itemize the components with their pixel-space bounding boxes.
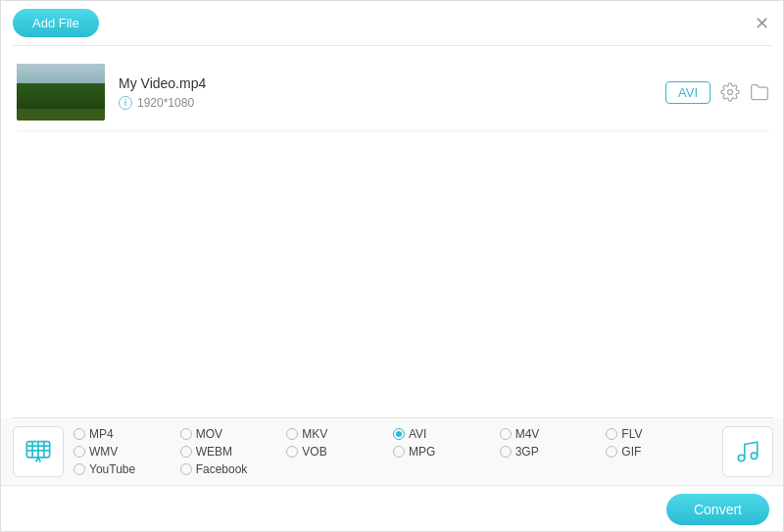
format-option-m4v[interactable]: M4V <box>500 427 607 441</box>
format-option-mov[interactable]: MOV <box>180 427 287 441</box>
format-label-flv: FLV <box>621 427 642 441</box>
info-icon: i <box>119 96 132 110</box>
file-info: My Video.mp4 i 1920*1080 <box>105 75 665 110</box>
format-option-mpg[interactable]: MPG <box>393 445 500 459</box>
format-option-webm[interactable]: WEBM <box>180 445 287 459</box>
video-thumbnail <box>17 64 105 121</box>
radio-mkv[interactable] <box>286 428 298 440</box>
format-label-wmv: WMV <box>89 445 118 459</box>
title-bar: Add File ✕ <box>1 1 784 45</box>
format-label-youtube: YouTube <box>89 462 135 476</box>
audio-format-icon[interactable] <box>722 426 773 477</box>
format-option-flv[interactable]: FLV <box>606 427 712 441</box>
radio-facebook[interactable] <box>180 463 192 475</box>
file-name: My Video.mp4 <box>119 75 652 91</box>
video-format-icon[interactable] <box>13 426 64 477</box>
convert-bar: Convert <box>1 485 784 532</box>
format-label-mpg: MPG <box>409 445 435 459</box>
format-option-wmv[interactable]: WMV <box>74 445 180 459</box>
radio-avi[interactable] <box>393 428 405 440</box>
file-resolution: 1920*1080 <box>137 96 194 110</box>
format-label-3gp: 3GP <box>515 445 539 459</box>
file-item: My Video.mp4 i 1920*1080 AVI <box>17 54 769 131</box>
radio-m4v[interactable] <box>500 428 512 440</box>
svg-point-8 <box>751 453 758 459</box>
format-option-vob[interactable]: VOB <box>286 445 393 459</box>
format-badge[interactable]: AVI <box>665 81 710 104</box>
format-option-facebook[interactable]: Facebook <box>180 462 287 476</box>
radio-wmv[interactable] <box>74 446 85 458</box>
format-label-gif: GIF <box>621 445 641 459</box>
radio-mpg[interactable] <box>393 446 405 458</box>
add-file-button[interactable]: Add File <box>13 9 99 37</box>
format-option-avi[interactable]: AVI <box>393 427 500 441</box>
format-option-3gp[interactable]: 3GP <box>500 445 607 459</box>
svg-point-0 <box>728 90 733 95</box>
radio-3gp[interactable] <box>500 446 512 458</box>
radio-youtube[interactable] <box>74 463 85 475</box>
format-option-mp4[interactable]: MP4 <box>74 427 180 441</box>
app-window: Add File ✕ My Video.mp4 i 1920*1080 AV <box>1 1 784 532</box>
format-option-youtube[interactable]: YouTube <box>74 462 180 476</box>
format-option-gif[interactable]: GIF <box>606 445 712 459</box>
file-meta: i 1920*1080 <box>119 96 652 110</box>
radio-mp4[interactable] <box>74 428 85 440</box>
format-label-mov: MOV <box>196 427 222 441</box>
svg-point-7 <box>738 455 745 461</box>
radio-webm[interactable] <box>180 446 192 458</box>
format-label-mp4: MP4 <box>89 427 114 441</box>
format-options: MP4 MOV MKV AVI M4V FLV <box>74 427 712 476</box>
format-label-mkv: MKV <box>302 427 327 441</box>
content-area <box>1 139 784 417</box>
format-label-facebook: Facebook <box>196 462 248 476</box>
thumb-ground <box>17 109 105 121</box>
format-section: MP4 MOV MKV AVI M4V FLV <box>1 418 784 485</box>
file-actions: AVI <box>665 81 769 104</box>
format-label-vob: VOB <box>302 445 326 459</box>
convert-button[interactable]: Convert <box>666 494 769 525</box>
format-label-webm: WEBM <box>196 445 232 459</box>
file-list: My Video.mp4 i 1920*1080 AVI <box>1 46 784 139</box>
radio-vob[interactable] <box>286 446 298 458</box>
close-button[interactable]: ✕ <box>751 13 773 34</box>
format-option-mkv[interactable]: MKV <box>286 427 393 441</box>
format-label-m4v: M4V <box>515 427 540 441</box>
settings-icon[interactable] <box>720 82 740 102</box>
format-label-avi: AVI <box>409 427 426 441</box>
radio-flv[interactable] <box>606 428 617 440</box>
folder-icon[interactable] <box>750 82 769 102</box>
radio-gif[interactable] <box>606 446 617 458</box>
radio-mov[interactable] <box>180 428 192 440</box>
